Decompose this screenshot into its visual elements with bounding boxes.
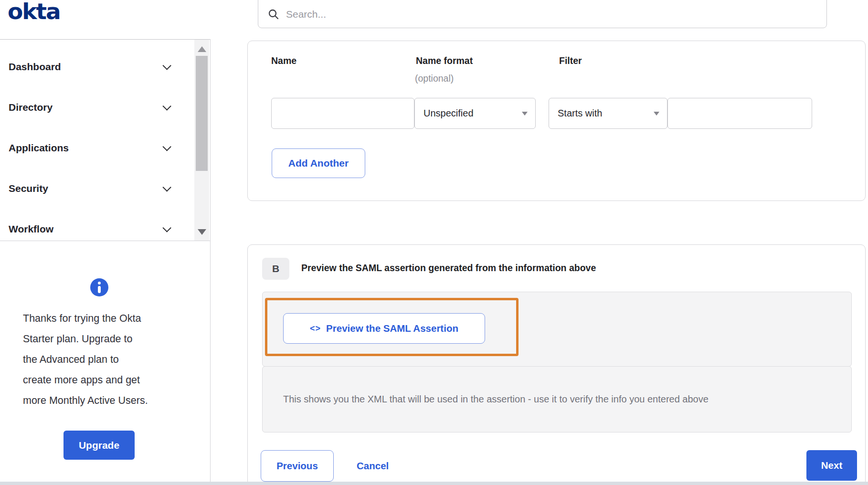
search-icon [268, 9, 279, 20]
name-format-optional-label: (optional) [415, 73, 454, 84]
sidebar-item-applications[interactable]: Applications [0, 127, 210, 168]
sidebar-item-workflow[interactable]: Workflow [0, 209, 210, 249]
okta-logo[interactable]: okta [8, 0, 60, 24]
next-button[interactable]: Next [806, 450, 857, 481]
sidebar-scrollbar[interactable] [194, 40, 209, 241]
scrollbar-down-icon[interactable] [198, 229, 206, 235]
okta-admin-screen: okta Dashboard Directory Applications Se… [0, 0, 868, 485]
sidebar-item-dashboard[interactable]: Dashboard [0, 46, 210, 87]
name-format-value: Unspecified [423, 108, 474, 119]
upsell-line: create more apps and get [23, 370, 188, 390]
upsell-line: more Monthly Active Users. [23, 390, 188, 411]
filter-operator-select[interactable]: Starts with [549, 98, 667, 129]
upsell-line: the Advanced plan to [23, 349, 188, 370]
preview-saml-button-label: Preview the SAML Assertion [326, 323, 458, 334]
add-another-button[interactable]: Add Another [272, 148, 365, 178]
chevron-down-icon [162, 183, 171, 191]
name-format-select[interactable]: Unspecified [414, 98, 536, 129]
sidebar-item-label: Directory [9, 102, 53, 113]
sidebar-item-security[interactable]: Security [0, 168, 210, 209]
filter-value-input[interactable] [667, 98, 812, 129]
attribute-name-input[interactable] [271, 98, 414, 129]
code-icon: <> [310, 324, 321, 334]
cancel-link[interactable]: Cancel [357, 450, 389, 482]
preview-description-text: This shows you the XML that will be used… [283, 394, 709, 405]
info-icon [90, 278, 108, 296]
sidebar-item-label: Workflow [9, 223, 53, 235]
sidebar-item-label: Applications [9, 142, 69, 154]
chevron-down-icon [162, 102, 171, 110]
previous-button[interactable]: Previous [261, 450, 334, 482]
name-column-label: Name [271, 55, 296, 66]
upgrade-button[interactable]: Upgrade [64, 431, 135, 460]
scrollbar-up-icon[interactable] [198, 46, 206, 52]
preview-saml-assertion-button[interactable]: <> Preview the SAML Assertion [283, 313, 485, 344]
preview-description-panel: This shows you the XML that will be used… [262, 366, 852, 432]
filter-column-label: Filter [559, 55, 582, 66]
upsell-line: Thanks for trying the Okta [23, 308, 188, 329]
saml-preview-card: B Preview the SAML assertion generated f… [247, 244, 866, 485]
sidebar-item-label: Security [9, 183, 48, 194]
chevron-down-icon [162, 223, 171, 232]
dropdown-caret-icon [522, 112, 528, 116]
filter-operator-value: Starts with [558, 108, 602, 119]
chevron-down-icon [162, 61, 171, 70]
search-input[interactable] [286, 9, 826, 20]
upsell-message: Thanks for trying the Okta Starter plan.… [23, 308, 188, 411]
scrollbar-thumb[interactable] [196, 56, 208, 171]
sidebar-divider [210, 39, 211, 482]
chevron-down-icon [162, 142, 171, 151]
attribute-statements-card: Name Name format (optional) Filter Unspe… [247, 41, 866, 201]
name-format-column-label: Name format [416, 55, 473, 66]
step-b-badge: B [262, 258, 289, 280]
sidebar-item-directory[interactable]: Directory [0, 87, 210, 127]
viewport-bottom-edge [0, 482, 868, 485]
global-search[interactable] [258, 0, 827, 28]
upsell-line: Starter plan. Upgrade to [23, 329, 188, 349]
sidebar-item-label: Dashboard [9, 61, 61, 73]
sidebar-nav: Dashboard Directory Applications Securit… [0, 39, 210, 241]
dropdown-caret-icon [654, 112, 659, 116]
preview-section-heading: Preview the SAML assertion generated fro… [301, 263, 596, 274]
